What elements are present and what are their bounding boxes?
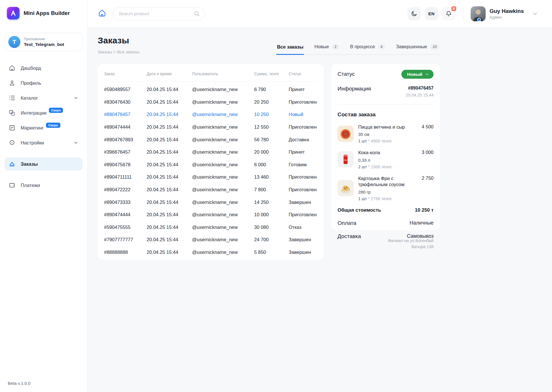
online-status-dot (477, 18, 481, 21)
search-input[interactable] (113, 7, 205, 20)
cell-datetime: 20.04.25 15:44 (147, 174, 192, 180)
sidebar-item-orders[interactable]: Заказы (5, 157, 83, 171)
tab-all[interactable]: Все заказы (276, 44, 304, 55)
table-row[interactable]: #590489557 20.04.25 15:44 @usernickname_… (104, 83, 317, 96)
user-menu[interactable]: Guy Hawkins Админ (471, 6, 538, 21)
order-item-total: 2 750 (422, 175, 434, 201)
chevron-down-icon (73, 95, 78, 101)
sidebar-item-catalog[interactable]: Каталог (5, 91, 83, 105)
table-row[interactable]: #890472222 20.04.25 15:44 @usernickname_… (104, 184, 317, 196)
table-row[interactable]: #890473333 20.04.25 15:44 @usernickname_… (104, 196, 317, 208)
payment-label: Оплата (338, 220, 356, 226)
table-row[interactable]: #890474444 20.04.25 15:44 @usernickname_… (104, 121, 317, 134)
list-icon (9, 94, 16, 101)
cell-user: @usernickname_new (192, 225, 254, 230)
tab-label: В процессе (350, 44, 375, 49)
chevron-down-icon (73, 140, 78, 145)
table-header: Заказ Дата и время Пользователь Сумма, т… (104, 72, 317, 82)
cell-status: Приготовлен (289, 212, 317, 217)
table-row[interactable]: #396676457 20.04.25 15:44 @usernickname_… (104, 146, 317, 159)
sidebar-item-dashboard[interactable]: Дашборд (5, 61, 83, 75)
brand: Mini Apps Builder (5, 7, 83, 20)
sidebar-item-payments[interactable]: Платежи (5, 179, 83, 192)
breadcrumb: Заказы > Все заказы (98, 49, 139, 55)
order-item-name: Картошка Фри с трюфельным соусом (358, 175, 417, 188)
cell-status: Принят (289, 149, 317, 155)
cell-sum: 20 250 (254, 99, 289, 105)
sidebar-item-label: Заказы (21, 161, 38, 167)
notifications-button[interactable]: 8 (442, 7, 455, 20)
user-name: Guy Hawkins (490, 8, 524, 14)
sidebar-item-marketing[interactable]: Маркетинг Скоро (5, 121, 83, 134)
search-icon (193, 10, 200, 18)
moon-icon (411, 10, 417, 17)
cell-user: @usernickname_new (192, 149, 254, 155)
status-label: Статус (338, 71, 355, 77)
total-label: Общая стоимость (338, 207, 381, 213)
sidebar-item-profile[interactable]: Профиль (5, 76, 83, 90)
table-row[interactable]: #890474444 20.04.25 15:44 @usernickname_… (104, 208, 317, 221)
cell-datetime: 20.04.25 15:44 (147, 250, 192, 255)
cell-order-id: #890475678 (104, 162, 147, 167)
cell-user: @usernickname_new (192, 137, 254, 142)
cell-user: @usernickname_new (192, 87, 254, 92)
tab-finished[interactable]: Завершенные 10 (396, 44, 440, 55)
tab-new[interactable]: Новые 2 (314, 44, 340, 55)
cell-user: @usernickname_new (192, 200, 254, 205)
tab-in-progress[interactable]: В процессе 4 (350, 44, 386, 55)
cell-order-id: #7907777777 (104, 237, 147, 242)
cell-order-id: #88888888 (104, 250, 147, 255)
cell-order-id: #830476430 (104, 99, 147, 105)
theme-toggle-button[interactable] (408, 7, 421, 20)
cell-sum: 6 000 (254, 162, 289, 167)
avatar (471, 6, 486, 21)
sidebar-item-integrations[interactable]: Интеграции Скоро (5, 106, 83, 119)
cell-datetime: 20.04.25 15:44 (147, 99, 192, 105)
app-selector-card[interactable]: T Приложение Test_Telegram_bot (5, 33, 83, 51)
table-row[interactable]: #7907777777 20.04.25 15:44 @usernickname… (104, 233, 317, 246)
column-header-sum: Сумма, тенге (254, 72, 289, 76)
status-dropdown[interactable]: Новый (401, 70, 434, 79)
chevron-down-icon (532, 11, 538, 17)
divider (463, 7, 464, 20)
search-box (113, 7, 205, 20)
sidebar-item-label: Дашборд (21, 65, 41, 71)
tab-count-badge: 4 (378, 44, 385, 50)
cell-sum: 6 790 (254, 87, 289, 92)
payment-value: Наличные (410, 220, 434, 226)
sidebar-item-settings[interactable]: Настройки (5, 136, 83, 149)
order-item-size: 280 гр (358, 190, 417, 194)
cell-order-id: #890472222 (104, 187, 147, 192)
cell-datetime: 20.04.25 15:44 (147, 200, 192, 205)
home-icon (98, 9, 106, 18)
cell-user: @usernickname_new (192, 174, 254, 180)
tab-count-badge: 10 (430, 44, 439, 50)
language-button[interactable]: EN (425, 7, 438, 20)
table-row[interactable]: #590475555 20.04.25 15:44 @usernickname_… (104, 221, 317, 234)
sidebar-item-label: Платежи (21, 183, 40, 188)
table-row[interactable]: #830476430 20.04.25 15:44 @usernickname_… (104, 96, 317, 109)
sidebar-item-label: Маркетинг (21, 125, 44, 131)
cloche-icon (9, 161, 16, 167)
cell-datetime: 20.04.25 15:44 (147, 124, 192, 130)
cell-sum: 5 850 (254, 250, 289, 255)
home-button[interactable] (98, 9, 106, 18)
table-row[interactable]: #88888888 20.04.25 15:44 @usernickname_n… (104, 246, 317, 259)
table-row[interactable]: #890476457 20.04.25 15:44 @usernickname_… (104, 108, 317, 121)
table-row[interactable]: #8904767893 20.04.25 15:44 @usernickname… (104, 133, 317, 146)
cell-status: Доставка (289, 137, 317, 142)
info-label: Информация (338, 86, 371, 92)
cell-user: @usernickname_new (192, 237, 254, 242)
cell-datetime: 20.04.25 15:44 (147, 87, 192, 92)
order-item-qty-price: 1 шт * 4500 тенге (358, 139, 417, 143)
table-row[interactable]: #8904711111 20.04.25 15:44 @usernickname… (104, 171, 317, 184)
order-item-qty-price: 1 шт * 2750 тенге (358, 196, 417, 201)
cell-sum: 14 250 (254, 200, 289, 205)
table-row[interactable]: #890475678 20.04.25 15:44 @usernickname_… (104, 159, 317, 171)
cell-status: Приготовлен (289, 99, 317, 105)
sidebar: Mini Apps Builder T Приложение Test_Tele… (0, 0, 87, 392)
order-items-list: Пицца ветчина и сыр 35 см 1 шт * 4500 те… (338, 124, 434, 201)
orders-table-card: Заказ Дата и время Пользователь Сумма, т… (98, 64, 324, 260)
cell-sum: 56 780 (254, 137, 289, 142)
cell-sum: 10 250 (254, 112, 289, 117)
